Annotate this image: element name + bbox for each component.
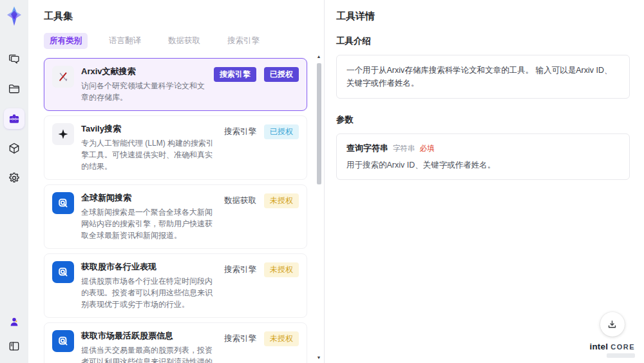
tool-status-badge: 未授权 bbox=[264, 331, 299, 346]
category-tab[interactable]: 语言翻译 bbox=[103, 33, 147, 49]
category-tabs: 所有类别语言翻译数据获取搜索引擎 bbox=[44, 33, 307, 49]
brand-intel-text: intel bbox=[589, 342, 608, 351]
floating-corner: intel CORE bbox=[589, 312, 635, 358]
tool-name: 全球新闻搜索 bbox=[81, 192, 217, 204]
brand-subtext-blur bbox=[607, 353, 635, 358]
tool-status-badge: 已授权 bbox=[264, 124, 299, 139]
rail-button-settings-gear-icon[interactable] bbox=[4, 168, 24, 188]
tool-icon bbox=[52, 261, 74, 283]
tool-text-block: 获取市场最活跃股票信息 提供当天交易量最高的股票列表，投资者可以利用这些信息来识… bbox=[81, 330, 217, 363]
rail-button-cube-icon[interactable] bbox=[4, 138, 24, 159]
rail-button-folder-icon[interactable] bbox=[4, 79, 24, 99]
rail-button-toolbox-icon[interactable] bbox=[4, 108, 24, 129]
tool-description: 全球新闻搜索是一个聚合全球各大新闻网站内容的搜索引擎，帮助用户快速获取全球最新资… bbox=[81, 206, 217, 241]
tool-name: Arxiv文献搜索 bbox=[81, 66, 207, 77]
tool-category-badge: 搜索引擎 bbox=[224, 333, 256, 344]
tool-name: 获取市场最活跃股票信息 bbox=[81, 330, 217, 342]
tool-list: Arxiv文献搜索 访问各个研究领域大量科学论文和文章的存储库。 搜索引擎 已授… bbox=[44, 58, 307, 363]
chat-icon bbox=[8, 53, 21, 66]
brand-core-text: CORE bbox=[611, 343, 635, 351]
tool-card[interactable]: Arxiv文献搜索 访问各个研究领域大量科学论文和文章的存储库。 搜索引擎 已授… bbox=[44, 58, 307, 111]
tool-description: 访问各个研究领域大量科学论文和文章的存储库。 bbox=[81, 80, 207, 103]
list-scrollbar[interactable]: ▲ ▼ bbox=[316, 54, 322, 360]
toolbox-icon bbox=[8, 112, 21, 125]
page-title: 工具集 bbox=[44, 10, 307, 23]
tool-list-panel: 工具集 所有类别语言翻译数据获取搜索引擎 Arxiv文献搜索 访问各个研究领域大… bbox=[28, 0, 325, 363]
settings-gear-icon bbox=[8, 172, 21, 184]
folder-icon bbox=[8, 83, 21, 95]
tool-card[interactable]: 获取股市各行业表现 提供股票市场各个行业在特定时间段内的表现。投资者可以利用这些… bbox=[44, 253, 307, 318]
download-icon bbox=[607, 319, 618, 330]
left-rail bbox=[0, 0, 28, 363]
tool-card[interactable]: 获取市场最活跃股票信息 提供当天交易量最高的股票列表，投资者可以利用这些信息来识… bbox=[44, 322, 307, 363]
tool-description: 提供当天交易量最高的股票列表，投资者可以利用这些信息来识别流动性强的股票和潜在的… bbox=[81, 344, 217, 363]
app-logo bbox=[5, 5, 24, 27]
scrollbar-track[interactable] bbox=[316, 59, 321, 355]
four-point-star-icon bbox=[57, 128, 70, 141]
scrollbar-thumb[interactable] bbox=[317, 63, 321, 184]
scrollbar-down-arrow[interactable]: ▼ bbox=[317, 355, 321, 360]
tool-category-badge: 搜索引擎 bbox=[224, 264, 256, 275]
rail-button-chat-icon[interactable] bbox=[4, 49, 24, 70]
user-icon bbox=[8, 316, 20, 328]
parameter-required-flag: 必填 bbox=[420, 144, 435, 153]
tool-meta: 数据获取 未授权 bbox=[224, 192, 299, 208]
tool-meta: 搜索引擎 已授权 bbox=[214, 66, 299, 82]
cube-icon bbox=[8, 142, 21, 155]
tool-text-block: Arxiv文献搜索 访问各个研究领域大量科学论文和文章的存储库。 bbox=[81, 66, 207, 103]
detail-title: 工具详情 bbox=[336, 10, 630, 23]
tool-text-block: Tavily搜索 专为人工智能代理 (LLM) 构建的搜索引擎工具。可快速提供实… bbox=[81, 123, 217, 172]
tool-icon bbox=[52, 123, 74, 145]
tool-category-badge: 搜索引擎 bbox=[214, 67, 256, 82]
category-tab[interactable]: 数据获取 bbox=[162, 33, 206, 49]
tool-card[interactable]: Tavily搜索 专为人工智能代理 (LLM) 构建的搜索引擎工具。可快速提供实… bbox=[44, 115, 307, 180]
tool-text-block: 全球新闻搜索 全球新闻搜索是一个聚合全球各大新闻网站内容的搜索引擎，帮助用户快速… bbox=[81, 192, 217, 241]
tool-detail-panel: 工具详情 工具介绍 一个用于从Arxiv存储库搜索科学论文和文章的工具。 输入可… bbox=[325, 0, 644, 363]
rail-button-panel-toggle-icon[interactable] bbox=[4, 336, 24, 357]
tool-name: Tavily搜索 bbox=[81, 123, 217, 135]
tool-description: 专为人工智能代理 (LLM) 构建的搜索引擎工具。可快速提供实时、准确和真实的结… bbox=[81, 137, 217, 172]
app-window: 工具集 所有类别语言翻译数据获取搜索引擎 Arxiv文献搜索 访问各个研究领域大… bbox=[0, 0, 644, 363]
parameter-type: 字符串 bbox=[393, 144, 415, 153]
intel-core-logo: intel CORE bbox=[589, 342, 635, 351]
tool-status-badge: 未授权 bbox=[264, 262, 299, 277]
tool-status-badge: 已授权 bbox=[264, 67, 299, 82]
arxiv-logo-icon bbox=[57, 71, 69, 83]
tool-card[interactable]: 全球新闻搜索 全球新闻搜索是一个聚合全球各大新闻网站内容的搜索引擎，帮助用户快速… bbox=[44, 184, 307, 249]
parameter-description: 用于搜索的Arxiv ID、关键字或作者姓名。 bbox=[346, 160, 620, 171]
tool-category-badge: 搜索引擎 bbox=[224, 126, 256, 137]
category-tab[interactable]: 搜索引擎 bbox=[222, 33, 265, 49]
tool-meta: 搜索引擎 未授权 bbox=[224, 330, 299, 346]
panel-toggle-icon bbox=[8, 340, 21, 353]
tool-icon bbox=[52, 330, 74, 352]
tool-icon bbox=[52, 192, 74, 214]
tool-text-block: 获取股市各行业表现 提供股票市场各个行业在特定时间段内的表现。投资者可以利用这些… bbox=[81, 261, 217, 310]
intro-heading: 工具介绍 bbox=[336, 35, 630, 47]
rail-nav bbox=[4, 49, 24, 188]
news-search-icon bbox=[57, 197, 70, 210]
tool-icon bbox=[52, 66, 74, 88]
tool-description: 提供股票市场各个行业在特定时间段内的表现。投资者可以利用这些信息来识别表现优于或… bbox=[81, 275, 217, 310]
params-heading: 参数 bbox=[336, 114, 630, 126]
market-search-icon bbox=[57, 266, 70, 279]
download-button[interactable] bbox=[600, 312, 625, 337]
tool-name: 获取股市各行业表现 bbox=[81, 261, 217, 273]
scrollbar-up-arrow[interactable]: ▲ bbox=[317, 54, 321, 59]
parameter-box: 查询字符串 字符串 必填 用于搜索的Arxiv ID、关键字或作者姓名。 bbox=[336, 133, 630, 180]
tool-meta: 搜索引擎 未授权 bbox=[224, 261, 299, 277]
tool-category-badge: 数据获取 bbox=[224, 195, 256, 206]
parameter-name: 查询字符串 bbox=[346, 142, 388, 154]
tool-meta: 搜索引擎 已授权 bbox=[224, 123, 299, 139]
category-tab[interactable]: 所有类别 bbox=[44, 33, 88, 49]
market-search-icon bbox=[57, 335, 70, 348]
rail-bottom-nav bbox=[4, 311, 24, 357]
intro-text-box: 一个用于从Arxiv存储库搜索科学论文和文章的工具。 输入可以是Arxiv ID… bbox=[336, 55, 630, 99]
rail-button-user-icon[interactable] bbox=[4, 311, 24, 332]
tool-status-badge: 未授权 bbox=[264, 193, 299, 208]
